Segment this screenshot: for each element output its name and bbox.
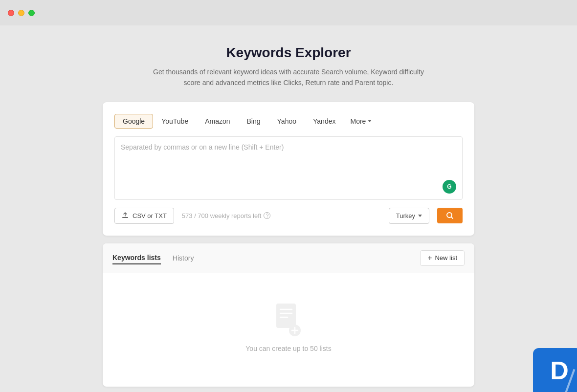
chevron-down-icon: [368, 120, 372, 122]
grammarly-icon: G: [443, 180, 456, 194]
svg-rect-3: [276, 304, 296, 328]
new-list-button[interactable]: + New list: [420, 250, 465, 266]
tab-more[interactable]: More: [344, 114, 378, 129]
tab-keywords-lists[interactable]: Keywords lists: [112, 252, 161, 264]
maximize-button[interactable]: [28, 10, 35, 16]
svg-line-2: [451, 217, 453, 218]
search-card: Google YouTube Amazon Bing Yahoo Yandex …: [103, 102, 474, 236]
tab-google[interactable]: Google: [114, 114, 153, 129]
plus-icon: +: [427, 254, 432, 262]
page-subtitle: Get thousands of relevant keyword ideas …: [152, 66, 425, 88]
country-selector[interactable]: Turkey: [389, 208, 429, 224]
brand-logo: D: [533, 348, 577, 392]
tab-amazon[interactable]: Amazon: [197, 114, 238, 129]
search-bottom-bar: CSV or TXT 573 / 700 weekly reports left…: [114, 208, 463, 224]
tab-youtube[interactable]: YouTube: [153, 114, 197, 129]
empty-state-text: You can create up to 50 lists: [245, 345, 331, 352]
search-engine-tabs: Google YouTube Amazon Bing Yahoo Yandex …: [114, 114, 463, 129]
tab-yahoo[interactable]: Yahoo: [269, 114, 305, 129]
empty-list-icon: [274, 303, 303, 337]
page-title: Keywords Explorer: [152, 45, 425, 61]
close-button[interactable]: [8, 10, 14, 16]
keyword-input-area[interactable]: Separated by commas or on a new line (Sh…: [114, 136, 463, 200]
tab-history[interactable]: History: [173, 252, 194, 264]
title-bar: [0, 0, 577, 25]
csv-upload-button[interactable]: CSV or TXT: [114, 208, 174, 224]
tab-bing[interactable]: Bing: [239, 114, 269, 129]
empty-state: You can create up to 50 lists: [103, 273, 474, 387]
main-content: Keywords Explorer Get thousands of relev…: [0, 25, 577, 392]
chevron-down-icon: [418, 215, 422, 217]
search-placeholder: Separated by commas or on a new line (Sh…: [121, 143, 284, 151]
search-button[interactable]: [437, 208, 463, 223]
upload-icon: [122, 212, 129, 219]
hero-section: Keywords Explorer Get thousands of relev…: [152, 45, 425, 88]
reports-left-info: 573 / 700 weekly reports left ?: [182, 212, 271, 219]
minimize-button[interactable]: [18, 10, 24, 16]
help-icon[interactable]: ?: [264, 212, 270, 219]
keywords-lists-card: Keywords lists History + New list You ca…: [103, 243, 474, 387]
tab-yandex[interactable]: Yandex: [305, 114, 344, 129]
svg-rect-0: [122, 217, 128, 218]
lists-header: Keywords lists History + New list: [103, 243, 474, 273]
search-icon: [446, 212, 454, 219]
